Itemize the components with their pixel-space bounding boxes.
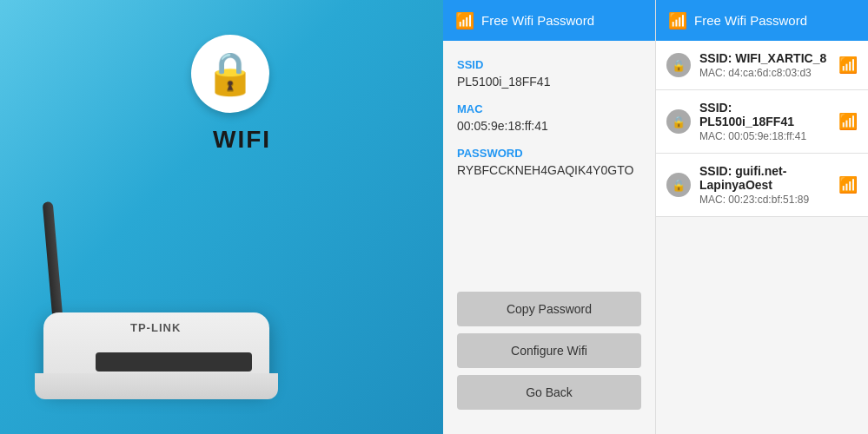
list-panel: 📶 Free Wifi Password 🔒 SSID: WIFI_XARTIC… <box>656 0 868 434</box>
network-item[interactable]: 🔒 SSID: WIFI_XARTIC_8 MAC: d4:ca:6d:c8:0… <box>656 41 868 90</box>
left-panel: 🔒 WIFI TP-LINK <box>0 0 443 434</box>
network-item[interactable]: 🔒 SSID: PL5100i_18FF41 MAC: 00:05:9e:18:… <box>656 90 868 154</box>
ssid-value: PL5100i_18FF41 <box>457 75 641 89</box>
network-info: SSID: PL5100i_18FF41 MAC: 00:05:9e:18:ff… <box>699 101 830 142</box>
router-image: TP-LINK <box>26 234 304 408</box>
network-mac: MAC: 00:23:cd:bf:51:89 <box>699 194 830 206</box>
lock-icon: 🔒 <box>204 49 256 98</box>
middle-panel: 📶 Free Wifi Password SSID PL5100i_18FF41… <box>443 0 656 434</box>
mac-label: MAC <box>457 102 641 115</box>
list-panel-header: 📶 Free Wifi Password <box>656 0 868 41</box>
router-antenna <box>43 201 63 315</box>
lock-small-icon: 🔒 <box>666 173 691 197</box>
wifi-signal-icon: 📶 <box>838 112 858 131</box>
router-dark-strip <box>96 352 252 372</box>
wifi-signal-icon: 📶 <box>838 56 858 75</box>
lock-small-icon: 🔒 <box>666 53 691 77</box>
router-logo: TP-LINK <box>130 321 181 334</box>
detail-content: SSID PL5100i_18FF41 MAC 00:05:9e:18:ff:4… <box>443 41 655 281</box>
network-info: SSID: guifi.net-LapinyaOest MAC: 00:23:c… <box>699 164 830 206</box>
lock-circle: 🔒 <box>191 35 269 113</box>
network-mac: MAC: 00:05:9e:18:ff:41 <box>699 130 830 142</box>
configure-wifi-button[interactable]: Configure Wifi <box>457 333 641 368</box>
network-ssid: SSID: WIFI_XARTIC_8 <box>699 51 830 65</box>
middle-panel-title: Free Wifi Password <box>481 13 594 28</box>
network-ssid: SSID: guifi.net-LapinyaOest <box>699 164 830 192</box>
list-panel-title: Free Wifi Password <box>694 13 807 28</box>
list-wifi-icon: 📶 <box>668 11 687 30</box>
wifi-label: WIFI <box>213 126 271 154</box>
right-panels: 📶 Free Wifi Password SSID PL5100i_18FF41… <box>443 0 868 434</box>
router-drawing: TP-LINK <box>26 234 304 408</box>
copy-password-button[interactable]: Copy Password <box>457 292 641 326</box>
password-label: PASSWORD <box>457 147 641 160</box>
network-list: 🔒 SSID: WIFI_XARTIC_8 MAC: d4:ca:6d:c8:0… <box>656 41 868 434</box>
network-ssid: SSID: PL5100i_18FF41 <box>699 101 830 128</box>
buttons-area: Copy Password Configure Wifi Go Back <box>443 281 655 420</box>
mac-value: 00:05:9e:18:ff:41 <box>457 119 641 133</box>
network-info: SSID: WIFI_XARTIC_8 MAC: d4:ca:6d:c8:03:… <box>699 51 830 79</box>
router-base <box>35 373 278 399</box>
password-value: RYBFCCKNEH4GAQIK4Y0GTO <box>457 163 641 177</box>
wifi-header-icon: 📶 <box>455 11 474 30</box>
ssid-label: SSID <box>457 58 641 71</box>
lock-small-icon: 🔒 <box>666 109 691 134</box>
network-item[interactable]: 🔒 SSID: guifi.net-LapinyaOest MAC: 00:23… <box>656 154 868 217</box>
middle-panel-header: 📶 Free Wifi Password <box>443 0 655 41</box>
wifi-signal-icon: 📶 <box>838 175 858 194</box>
go-back-button[interactable]: Go Back <box>457 375 641 410</box>
network-mac: MAC: d4:ca:6d:c8:03:d3 <box>699 67 830 79</box>
